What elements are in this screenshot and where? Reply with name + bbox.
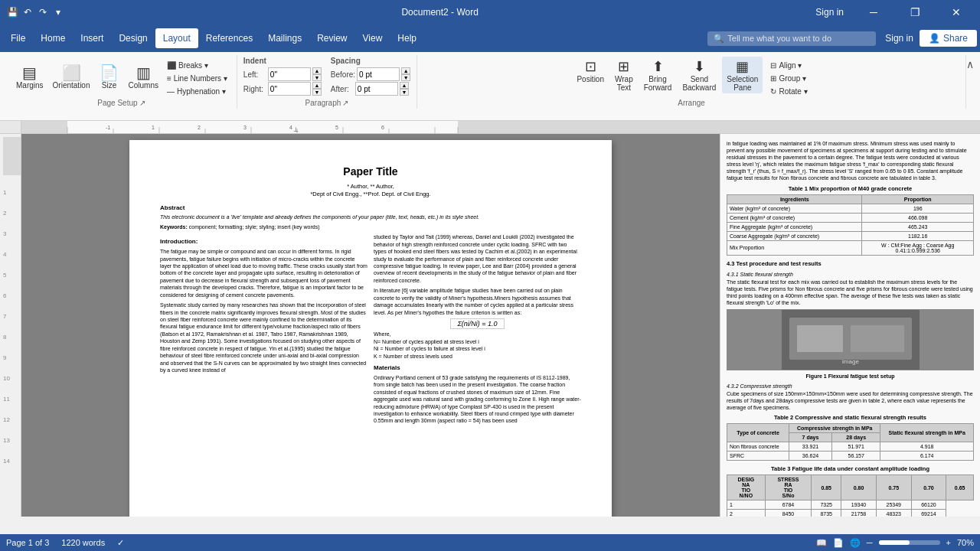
view-web-icon[interactable]: 🌐 xyxy=(850,538,861,548)
spacing-before-up[interactable]: ▲ xyxy=(401,67,410,74)
window-controls: Sign in ─ ❐ ✕ xyxy=(815,0,974,24)
table3-cell: 8450 xyxy=(765,510,811,517)
indent-left-input[interactable] xyxy=(268,67,311,81)
word-count: 1220 words xyxy=(61,538,105,547)
share-button[interactable]: 👤 Share xyxy=(920,30,977,47)
restore-button[interactable]: ❐ xyxy=(897,0,933,24)
undo-icon[interactable]: ↶ xyxy=(21,6,34,18)
rotate-icon: ↻ xyxy=(770,87,776,96)
window-title: Document2 - Word xyxy=(64,7,815,18)
menu-layout[interactable]: Layout xyxy=(155,28,198,48)
spacing-after-down[interactable]: ▼ xyxy=(400,89,409,96)
indent-left-up[interactable]: ▲ xyxy=(312,67,322,74)
indent-right-input[interactable] xyxy=(268,82,311,96)
materials-heading: Materials xyxy=(374,364,581,373)
selection-pane-icon: ▦ xyxy=(736,58,749,75)
account-signin[interactable]: Sign in xyxy=(885,33,913,44)
menu-insert[interactable]: Insert xyxy=(73,28,111,48)
menu-mailings[interactable]: Mailings xyxy=(260,28,309,48)
spacing-before-down[interactable]: ▼ xyxy=(401,74,410,81)
menu-file[interactable]: File xyxy=(3,28,33,48)
selection-pane-button[interactable]: ▦ SelectionPane xyxy=(722,57,763,93)
menu-design[interactable]: Design xyxy=(111,28,155,48)
ribbon: ▤ Margins ⬜ Orientation 📄 Size ▥ Columns xyxy=(0,52,980,121)
indent-right-down[interactable]: ▼ xyxy=(312,89,322,96)
redo-icon[interactable]: ↷ xyxy=(37,6,49,18)
save-icon[interactable]: 💾 xyxy=(6,6,18,18)
line-numbers-button[interactable]: ≡ Line Numbers ▾ xyxy=(164,73,230,84)
position-icon: ⊡ xyxy=(585,58,596,75)
intro-text2: Systematic study carried by many researc… xyxy=(160,302,368,373)
spacing-after-up[interactable]: ▲ xyxy=(400,82,409,89)
wrap-text-button[interactable]: ⊞ WrapText xyxy=(610,57,638,93)
close-button[interactable]: ✕ xyxy=(939,0,974,24)
menu-view[interactable]: View xyxy=(355,28,390,48)
zoom-slider[interactable] xyxy=(879,540,940,545)
wrap-text-label: WrapText xyxy=(615,75,633,92)
view-read-icon[interactable]: 📖 xyxy=(816,538,827,548)
menu-help[interactable]: Help xyxy=(390,28,424,48)
document-columns: Introduction: The fatigue may be simple … xyxy=(160,233,581,425)
minimize-button[interactable]: ─ xyxy=(856,0,891,24)
margins-button[interactable]: ▤ Margins xyxy=(12,63,47,92)
arrange-label: Arrange xyxy=(678,99,705,107)
spacing-after-input[interactable] xyxy=(355,82,398,96)
table2-cell: 6.174 xyxy=(880,452,974,461)
table3-header-stress: STRESS RA TIO S/No xyxy=(765,475,811,500)
keywords-label: Keywords: xyxy=(160,224,188,230)
hyphenation-button[interactable]: — Hyphenation ▾ xyxy=(164,86,230,97)
menu-review[interactable]: Review xyxy=(309,28,354,48)
search-icon: 🔍 xyxy=(714,34,724,44)
send-backward-button[interactable]: ⬇ SendBackward xyxy=(678,57,720,93)
orientation-label: Orientation xyxy=(53,81,90,90)
columns-button[interactable]: ▥ Columns xyxy=(125,63,162,92)
title-bar: 💾 ↶ ↷ ▾ Document2 - Word Sign in ─ ❐ ✕ xyxy=(0,0,980,24)
proofing-icon[interactable]: ✓ xyxy=(117,538,124,548)
paragraph-launcher-icon[interactable]: ↗ xyxy=(342,99,348,107)
svg-rect-24 xyxy=(851,325,904,352)
spacing-after-label: After: xyxy=(331,85,354,93)
indent-left-down[interactable]: ▼ xyxy=(312,74,322,81)
zoom-out-icon[interactable]: ─ xyxy=(867,538,873,547)
table1-cell: 465.243 xyxy=(862,222,974,231)
table2-caption: Table 2 Compressive and static flexural … xyxy=(727,414,974,421)
table3-cell: 48323 xyxy=(876,510,911,517)
collapse-ribbon-icon[interactable]: ∧ xyxy=(966,58,974,70)
group-button[interactable]: ⊞ Group ▾ xyxy=(767,73,810,84)
tell-me-searchbox[interactable]: 🔍 Tell me what you want to do xyxy=(707,31,876,46)
table3-cell: 69214 xyxy=(911,510,946,517)
page-setup-launcher-icon[interactable]: ↗ xyxy=(139,99,145,107)
table3-header-070: 0.70 xyxy=(911,475,946,500)
align-button[interactable]: ⊟ Align ▾ xyxy=(767,60,810,71)
menu-references[interactable]: References xyxy=(198,28,260,48)
orientation-button[interactable]: ⬜ Orientation xyxy=(49,63,94,92)
section431-text: The static flexural test for each mix wa… xyxy=(727,279,974,306)
table3-cell: 25349 xyxy=(876,500,911,510)
table2-header-compressive: Compressive strength in MPa xyxy=(789,424,880,433)
svg-text:6: 6 xyxy=(381,125,384,130)
customize-qat-icon[interactable]: ▾ xyxy=(52,6,64,18)
sign-in-link[interactable]: Sign in xyxy=(815,7,844,18)
breaks-label: Breaks ▾ xyxy=(178,61,208,70)
view-print-icon[interactable]: 📄 xyxy=(833,538,844,548)
line-numbers-label: Line Numbers ▾ xyxy=(174,74,227,83)
rotate-button[interactable]: ↻ Rotate ▾ xyxy=(767,86,810,97)
spacing-before-input[interactable] xyxy=(357,67,400,81)
indent-left-label: Left: xyxy=(243,70,266,79)
menu-home[interactable]: Home xyxy=(33,28,73,48)
zoom-in-icon[interactable]: + xyxy=(946,538,951,547)
columns-label: Columns xyxy=(129,81,158,90)
margins-icon: ▤ xyxy=(22,65,37,80)
document-page: Paper Title * Author, ** Author, *Dept o… xyxy=(129,140,612,517)
indent-right-up[interactable]: ▲ xyxy=(312,82,322,89)
svg-text:⊥: ⊥ xyxy=(293,126,299,133)
size-button[interactable]: 📄 Size xyxy=(96,63,123,92)
position-button[interactable]: ⊡ Position xyxy=(572,57,609,93)
table2-subheader-7days: 7 days xyxy=(789,433,832,442)
columns-icon: ▥ xyxy=(136,65,151,80)
margins-label: Margins xyxy=(16,81,44,90)
bring-forward-button[interactable]: ⬆ BringForward xyxy=(639,57,677,93)
table3-header-080: 0.80 xyxy=(841,475,877,500)
breaks-button[interactable]: ⬛ Breaks ▾ xyxy=(164,60,230,71)
where-text: Where, N= Number of cycles applied at st… xyxy=(374,331,581,360)
